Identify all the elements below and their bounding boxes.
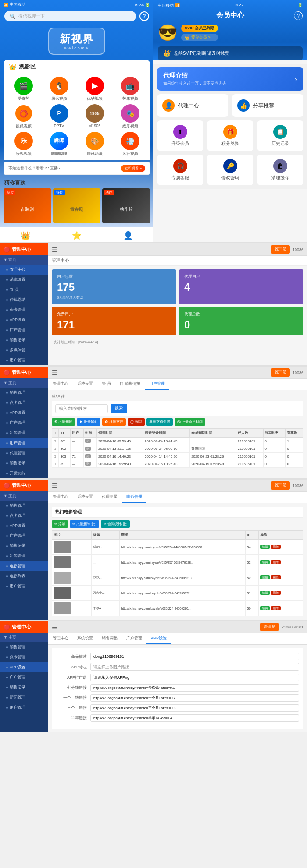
btn-batch-free[interactable]: 批量充值免费	[146, 418, 173, 426]
s2-ads[interactable]: 广户管理	[0, 418, 48, 428]
form-input-1month[interactable]	[90, 694, 299, 702]
btn-batch-delete-movie[interactable]: ✏ 批量删除(批)	[70, 520, 99, 528]
s2-sales[interactable]: 销售记录	[0, 458, 48, 468]
tab-mgmt-center-2[interactable]: 管理中心	[48, 379, 73, 390]
feature-cache[interactable]: 🗑 清理缓存	[257, 155, 303, 185]
s2-app[interactable]: APP设置	[0, 408, 48, 418]
app-qqanim[interactable]: 🎨 腾讯动漫	[78, 132, 111, 157]
s4-salerecord[interactable]: 销售记录	[0, 682, 48, 692]
feature-history[interactable]: 📋 历史记录	[257, 120, 303, 151]
btn-batch-vip[interactable]: ⑥ 批量会员时间	[175, 418, 205, 426]
tab-admin-2[interactable]: 管 员	[97, 379, 115, 390]
app-iqiyi[interactable]: 🎬 爱奇艺	[7, 77, 40, 102]
s2-news[interactable]: 新闻管理	[0, 428, 48, 438]
tab-mgmt-3[interactable]: 管理中心	[48, 492, 73, 503]
nav-star[interactable]: ⭐	[72, 231, 82, 240]
btn-edit-movie-3[interactable]: 编辑	[260, 575, 270, 579]
s3-salerecord[interactable]: 销售记录	[0, 541, 48, 551]
recommend-item-2[interactable]: 好剧 青春剧	[53, 188, 101, 223]
recommend-item-3[interactable]: 动作 动作片	[102, 188, 150, 223]
sidebar-item-users[interactable]: 用户管理	[0, 355, 48, 365]
sidebar-item-admin[interactable]: 管 员	[0, 285, 48, 295]
td-check[interactable]: □	[52, 453, 59, 460]
s3-cards[interactable]: 点卡管理	[0, 511, 48, 521]
form-input-3month[interactable]	[90, 704, 299, 712]
form-input-promo[interactable]	[90, 674, 299, 681]
hamburger-icon-4[interactable]: ☰	[52, 624, 57, 631]
sidebar-item-app[interactable]: APP设置	[0, 315, 48, 325]
td-check[interactable]: □	[52, 438, 59, 445]
btn-del-movie-3[interactable]: 删除	[271, 575, 281, 579]
s4-users[interactable]: 用户管理	[0, 702, 48, 713]
app-lizhi[interactable]: 哔哩 哔哩哔哩	[43, 132, 75, 157]
sidebar-item-sales[interactable]: 销售记录	[0, 335, 48, 345]
btn-edit-movie-4[interactable]: 编辑	[260, 591, 270, 595]
feature-service[interactable]: 🎧 专属客服	[157, 155, 203, 185]
btn-expire[interactable]: ◯ 到期	[128, 418, 145, 426]
s4-sales[interactable]: 销售管理	[0, 642, 48, 652]
promo-link-btn[interactable]: 立即观看 »	[121, 165, 145, 172]
tab-sales-report-2[interactable]: 口 销售情报	[115, 379, 145, 390]
btn-del-movie-4[interactable]: 删除	[271, 591, 281, 595]
hamburger-icon-1[interactable]: ☰	[52, 246, 57, 253]
manage-btn-1[interactable]: 管理员	[271, 245, 290, 254]
form-input-logo[interactable]	[90, 663, 299, 671]
feature-points[interactable]: 🎁 积分兑换	[207, 120, 253, 151]
s3-users[interactable]: 用户管理	[0, 581, 48, 591]
tab-app-4[interactable]: APP设置	[146, 633, 171, 644]
tab-mgmt-4[interactable]: 管理中心	[48, 633, 73, 644]
s4-news[interactable]: 新闻管理	[0, 692, 48, 702]
s2-agent[interactable]: 代理管理	[0, 448, 48, 458]
s4-ads[interactable]: 广户管理	[0, 672, 48, 682]
s2-orders[interactable]: 点卡管理	[0, 398, 48, 408]
s3-ads[interactable]: 广户管理	[0, 531, 48, 541]
td-check[interactable]: □	[52, 460, 59, 468]
search-bar[interactable]: 🔍 微信找搜一下	[4, 11, 136, 21]
btn-edit-movie-5[interactable]: 编辑	[260, 606, 270, 610]
sidebar-item-media[interactable]: 多媒体管	[0, 345, 48, 355]
app-zuiyou[interactable]: 🎭 娱乐视频	[114, 104, 146, 129]
s4-app[interactable]: APP设置	[0, 662, 48, 672]
sidebar-item-sysset[interactable]: 系统设置	[0, 275, 48, 285]
search-input-2[interactable]	[55, 404, 108, 413]
hamburger-icon-3[interactable]: ☰	[52, 482, 57, 489]
s2-users[interactable]: 用户管理	[0, 438, 48, 448]
btn-edit-movie-2[interactable]: 编辑	[260, 560, 270, 564]
btn-del-movie-5[interactable]: 删除	[271, 606, 281, 610]
s2-home[interactable]: 销售管理	[0, 388, 48, 398]
s3-news[interactable]: 新闻管理	[0, 551, 48, 561]
feature-upgrade[interactable]: ⬆ 升级会员	[157, 120, 203, 151]
app-sohu[interactable]: ⭕ 搜狐视频	[7, 104, 40, 129]
nav-home[interactable]: 👑	[21, 231, 30, 240]
tab-movie-3[interactable]: 电影告理	[122, 492, 146, 503]
s3-movie[interactable]: 电影管理	[0, 561, 48, 571]
app-m1905[interactable]: 1905 M1905	[78, 104, 111, 129]
manage-btn-3[interactable]: 管理员	[271, 481, 290, 490]
hamburger-icon-2[interactable]: ☰	[52, 369, 57, 376]
sidebar-item-mgmt[interactable]: 管理中心	[0, 265, 48, 275]
action-share[interactable]: 👍 分享推荐	[232, 94, 303, 117]
td-check[interactable]: □	[52, 445, 59, 453]
app-tencent[interactable]: 🐧 腾讯视频	[43, 77, 75, 102]
help-vip-btn[interactable]: ?	[294, 11, 303, 20]
s4-cards[interactable]: 点卡管理	[0, 652, 48, 662]
help-button[interactable]: ?	[139, 11, 149, 21]
btn-batch-charge[interactable]: ❹ 批量充行	[102, 418, 125, 426]
btn-stats-movie[interactable]: ✏ 合同统计(批)	[101, 520, 130, 528]
s3-movie-list[interactable]: 电影列表	[0, 571, 48, 581]
tab-sys-3[interactable]: 系统设置	[73, 492, 97, 503]
form-input-product[interactable]	[90, 653, 299, 660]
tab-sales-4[interactable]: 销售调整	[97, 633, 122, 644]
app-youku[interactable]: ▶ 优酷视频	[78, 77, 111, 102]
promo-card[interactable]: 代理介绍 如果你年收入超十万，请不要点进去 ›	[157, 67, 303, 91]
s3-app[interactable]: APP设置	[0, 521, 48, 531]
tab-sys-settings-2[interactable]: 系统设置	[73, 379, 97, 390]
app-pptv[interactable]: P PPTV	[43, 104, 75, 129]
form-input-7fen[interactable]	[90, 684, 299, 692]
app-mgtv[interactable]: 📺 芒果视频	[114, 77, 146, 102]
btn-del-movie-1[interactable]: 删除	[271, 545, 281, 549]
btn-del-movie-2[interactable]: 删除	[271, 560, 281, 564]
btn-edit-movie-1[interactable]: 编辑	[260, 545, 270, 549]
s3-sales[interactable]: 销售管理	[0, 501, 48, 511]
sidebar-item-card[interactable]: 会卡管理	[0, 305, 48, 315]
